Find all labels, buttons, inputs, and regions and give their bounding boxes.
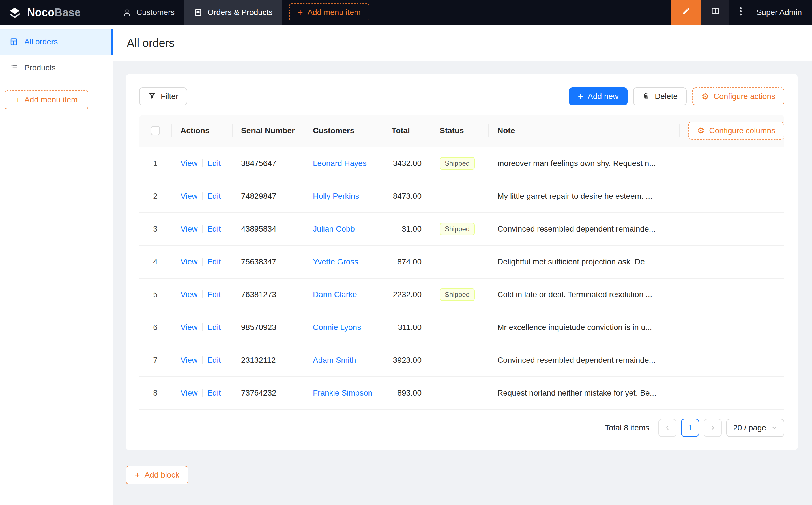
serial-cell: 23132112 [232,356,304,365]
orders-table-card: Filter + Add new Delete ⚙ [126,74,798,451]
view-link[interactable]: View [180,290,197,299]
edit-link[interactable]: Edit [207,192,221,200]
view-link[interactable]: View [180,192,197,200]
customer-link[interactable]: Connie Lyons [313,323,361,332]
customer-link[interactable]: Frankie Simpson [313,388,372,397]
page-size-select[interactable]: 20 / page [726,419,784,437]
note-cell: moreover man feelings own shy. Request n… [488,159,784,168]
edit-link[interactable]: Edit [207,290,221,299]
customer-link[interactable]: Leonard Hayes [313,159,367,168]
collections-button[interactable] [701,0,729,25]
customer-link[interactable]: Julian Cobb [313,224,355,233]
action-divider [202,159,202,167]
view-link[interactable]: View [180,356,197,364]
row-index: 8 [139,388,171,397]
header-right-cluster: Super Admin [671,0,812,25]
customer-cell: Adam Smith [304,356,383,365]
customer-cell: Darin Clarke [304,290,383,299]
customer-link[interactable]: Holly Perkins [313,192,359,200]
total-cell: 311.00 [383,323,431,332]
serial-cell: 76381273 [232,290,304,299]
table-row: 6 ViewEdit 98570923 Connie Lyons 311.00 … [139,311,784,344]
table-row: 5 ViewEdit 76381273 Darin Clarke 2232.00… [139,279,784,311]
user-menu[interactable]: Super Admin [752,8,812,17]
edit-link[interactable]: Edit [207,323,221,332]
add-block-button[interactable]: + Add block [126,466,188,484]
chevron-left-icon [664,425,671,431]
app-logo[interactable]: NocoBase [0,0,113,25]
table-header-row: Actions Serial Number Customers Total St… [139,115,784,147]
customer-link[interactable]: Adam Smith [313,356,356,364]
add-new-button[interactable]: + Add new [569,88,628,106]
previous-page-button[interactable] [658,419,676,437]
edit-link[interactable]: Edit [207,257,221,266]
table-row: 7 ViewEdit 23132112 Adam Smith 3923.00 C… [139,344,784,377]
column-header-serial: Serial Number [232,115,304,147]
sidebar-item-products[interactable]: Products [0,55,113,81]
filter-icon [148,92,156,102]
configure-columns-button[interactable]: ⚙ Configure columns [688,122,784,140]
edit-link[interactable]: Edit [207,356,221,364]
edit-link[interactable]: Edit [207,159,221,168]
filter-button[interactable]: Filter [139,88,187,106]
nav-item-customers[interactable]: Customers [113,0,184,25]
select-all-checkbox[interactable] [151,126,160,135]
note-cell: Mr excellence inquietude conviction is i… [488,323,784,332]
view-link[interactable]: View [180,224,197,233]
page-1-button[interactable]: 1 [681,419,699,437]
header-add-menu-item-button[interactable]: + Add menu item [289,3,369,21]
note-header-label: Note [497,126,515,135]
nav-item-orders-products[interactable]: Orders & Products [184,0,282,25]
status-cell: Shipped [431,223,488,235]
page-title: All orders [127,37,798,49]
page-header: All orders [113,25,812,61]
row-index: 5 [139,290,171,299]
row-actions: ViewEdit [171,388,232,397]
row-index: 6 [139,323,171,332]
serial-cell: 74829847 [232,192,304,201]
serial-cell: 75638347 [232,257,304,266]
more-menu-button[interactable] [729,0,752,25]
status-tag: Shipped [440,289,475,301]
row-actions: ViewEdit [171,192,232,201]
column-header-actions: Actions [171,115,232,147]
column-header-status: Status [431,115,488,147]
row-actions: ViewEdit [171,290,232,299]
view-link[interactable]: View [180,257,197,266]
row-actions: ViewEdit [171,323,232,332]
row-index: 3 [139,224,171,233]
edit-link[interactable]: Edit [207,388,221,397]
serial-cell: 98570923 [232,323,304,332]
ui-editor-button[interactable] [671,0,701,25]
book-icon [711,7,720,18]
logo-base: Base [54,6,81,18]
sidebar-add-menu-item-button[interactable]: + Add menu item [5,91,88,109]
filter-label: Filter [161,92,178,101]
logo-text: NocoBase [27,6,81,19]
sidebar-item-all-orders[interactable]: All orders [0,29,113,55]
view-link[interactable]: View [180,159,197,168]
add-menu-item-label: Add menu item [307,8,361,17]
pagination-total: Total 8 items [605,423,649,432]
sidebar-item-label: Products [24,63,56,72]
customer-link[interactable]: Darin Clarke [313,290,357,299]
configure-actions-label: Configure actions [713,92,775,101]
view-link[interactable]: View [180,388,197,397]
app-header: NocoBase Customers Orders & Products + A… [0,0,812,25]
plus-icon: + [578,92,583,101]
table-toolbar: Filter + Add new Delete ⚙ [139,88,784,106]
nocobase-logo-icon [7,5,22,20]
edit-link[interactable]: Edit [207,224,221,233]
customer-link[interactable]: Yvette Gross [313,257,358,266]
action-divider [202,356,202,364]
next-page-button[interactable] [704,419,722,437]
header-divider [679,124,680,137]
configure-actions-button[interactable]: ⚙ Configure actions [692,88,784,106]
add-block-label: Add block [145,471,179,480]
row-actions: ViewEdit [171,224,232,233]
serial-cell: 43895834 [232,224,304,233]
chevron-down-icon [771,425,778,431]
view-link[interactable]: View [180,323,197,332]
delete-button[interactable]: Delete [633,88,687,106]
toolbar-right-group: + Add new Delete ⚙ Configure actions [569,88,784,106]
